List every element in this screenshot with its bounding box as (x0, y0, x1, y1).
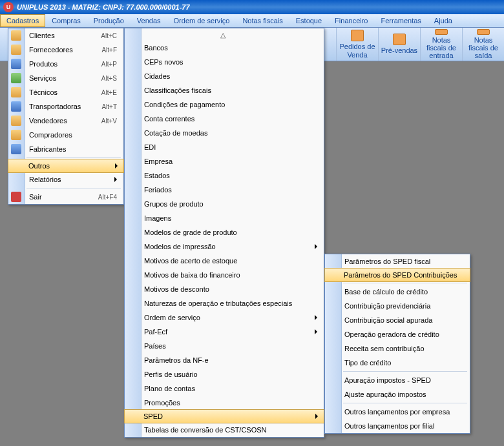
menu-item[interactable]: Contribuição social apurada (325, 313, 470, 327)
submenu-arrow-icon (114, 176, 117, 183)
menu-item[interactable]: Modelos de grade de produto (125, 225, 324, 239)
menu-item[interactable]: Receita sem contribuição (325, 341, 470, 356)
menu-item[interactable]: Condições de pagamento (125, 97, 324, 112)
menu-item[interactable]: TécnicosAlt+E (8, 85, 123, 99)
toolbar-label: Pedidos de Venda (337, 43, 377, 58)
menu-item-label: Outros (28, 162, 50, 170)
menu-item[interactable]: Bancos (125, 41, 324, 55)
titlebar: U UNIPLUS 2013 - MATRIZ: CNPJ: 77.000.00… (0, 0, 504, 14)
menu-item[interactable]: Outros lançamentos por empresa (325, 405, 470, 419)
menu-item[interactable]: Outros (8, 159, 124, 173)
menu-item[interactable]: TransportadorasAlt+T (8, 99, 123, 114)
menu-item[interactable]: Ajuste apuração impostos (325, 387, 470, 401)
menu-item[interactable]: Motivos de acerto de estoque (125, 254, 324, 268)
menu-item[interactable]: Motivos de desconto (125, 282, 324, 296)
menu-item[interactable]: Paf-Ecf (125, 325, 324, 339)
menu-item[interactable]: Plano de contas (125, 381, 324, 396)
menu-item-shortcut: Alt+F4 (98, 194, 117, 201)
toolbar-button[interactable]: Notas fiscais de saída (462, 28, 504, 61)
menu-item-label: Contribuição social apurada (344, 316, 432, 324)
menu-item-label: Motivos de acerto de estoque (144, 257, 237, 265)
menubar-item-produção[interactable]: Produção (87, 14, 131, 27)
menubar-item-vendas[interactable]: Vendas (131, 14, 167, 27)
menu-item-label: Países (144, 342, 166, 350)
menu-item-shortcut: Alt+C (101, 32, 117, 39)
menu-item-label: Compradores (29, 131, 72, 139)
menu-item-icon (11, 87, 21, 97)
menu-item[interactable]: Cidades (125, 69, 324, 83)
menu-item-label: Feriados (144, 186, 172, 194)
menu-item[interactable]: Grupos de produto (125, 197, 324, 211)
menu-item-icon (11, 130, 21, 140)
menu-item[interactable]: Tabelas de conversão de CST/CSOSN (125, 423, 324, 437)
menu-item[interactable]: Parâmetros do SPED fiscal (325, 254, 470, 269)
menu-outros: △ BancosCEPs novosCidadesClassificações … (124, 28, 324, 438)
menu-item[interactable]: Operação geradora de crédito (325, 327, 470, 341)
menubar-item-financeiro[interactable]: Financeiro (328, 14, 374, 27)
menu-item[interactable]: Motivos de baixa do financeiro (125, 268, 324, 282)
menu-item-label: Empresa (144, 157, 173, 165)
menubar-item-cadastros[interactable]: Cadastros (0, 14, 45, 27)
toolbar-button[interactable]: Pedidos de Venda (336, 28, 378, 61)
submenu-arrow-icon (315, 328, 317, 336)
toolbar-label: Notas fiscais de entrada (421, 36, 461, 59)
menu-item-label: Ordem de serviço (144, 314, 200, 321)
window-title: UNIPLUS 2013 - MATRIZ: CNPJ: 77.000.000/… (17, 3, 190, 11)
menu-item[interactable]: Promoções (125, 396, 324, 410)
menu-item[interactable]: Relatórios (8, 172, 123, 187)
menu-item[interactable]: SairAlt+F4 (8, 190, 123, 204)
menu-item[interactable]: Países (125, 339, 324, 353)
menu-item[interactable]: Perfis de usuário (125, 367, 324, 381)
menu-item[interactable]: Parâmetros do SPED Contribuições (324, 268, 470, 282)
menu-item-label: Motivos de desconto (144, 285, 209, 293)
menu-item[interactable]: VendedoresAlt+V (8, 114, 123, 128)
menu-item[interactable]: ServiçosAlt+S (8, 71, 123, 85)
menu-item[interactable]: Base de cálculo de crédito (325, 285, 470, 299)
menu-item[interactable]: EDI (125, 140, 324, 154)
menu-item[interactable]: Conta correntes (125, 112, 324, 126)
toolbar-button[interactable]: Pré-vendas (378, 28, 420, 61)
menu-item[interactable]: ClientesAlt+C (8, 28, 123, 43)
scroll-up-indicator[interactable]: △ (125, 28, 324, 41)
menu-item[interactable]: Outros lançamentos por filial (325, 419, 470, 433)
menu-item[interactable]: Compradores (8, 128, 123, 142)
menu-item[interactable]: Estados (125, 168, 324, 183)
menu-item[interactable]: Cotação de moedas (125, 126, 324, 140)
menu-item[interactable]: Modelos de impressão (125, 239, 324, 254)
menu-item-shortcut: Alt+T (101, 103, 117, 110)
menu-item-label: Clientes (29, 32, 55, 39)
menu-item[interactable]: ProdutosAlt+P (8, 57, 123, 71)
menubar-item-ajuda[interactable]: Ajuda (428, 14, 459, 27)
menu-item-icon (11, 45, 21, 55)
menu-item[interactable]: Parâmetros da NF-e (125, 353, 324, 367)
menu-item[interactable]: Empresa (125, 154, 324, 168)
toolbar-icon (477, 29, 490, 35)
menu-item-label: Receita sem contribuição (344, 345, 425, 352)
menu-item[interactable]: Classificações fiscais (125, 83, 324, 97)
menu-item-label: EDI (144, 143, 156, 151)
menu-item-label: Técnicos (29, 88, 58, 96)
menu-item[interactable]: Apuração impostos - SPED (325, 373, 470, 387)
menu-item[interactable]: Contribuição previdenciária (325, 299, 470, 313)
menu-item[interactable]: Tipo de crédito (325, 356, 470, 370)
menu-item-label: Operação geradora de crédito (344, 330, 439, 338)
menubar-item-notas fiscais[interactable]: Notas fiscais (236, 14, 289, 27)
menu-item[interactable]: Fabricantes (8, 142, 123, 156)
menu-item[interactable]: FornecedoresAlt+F (8, 43, 123, 57)
menu-sped: Parâmetros do SPED fiscalParâmetros do S… (324, 254, 470, 434)
menu-item[interactable]: Ordem de serviço (125, 310, 324, 325)
menu-item[interactable]: CEPs novos (125, 55, 324, 69)
toolbar-button[interactable]: Notas fiscais de entrada (420, 28, 462, 61)
menubar-item-estoque[interactable]: Estoque (289, 14, 328, 27)
menu-item-label: Imagens (144, 214, 171, 222)
menu-item[interactable]: Imagens (125, 211, 324, 225)
menu-item-icon (11, 30, 21, 41)
menu-item[interactable]: SPED (124, 409, 324, 423)
menubar-item-ferramentas[interactable]: Ferramentas (374, 14, 427, 27)
menu-item-label: Tipo de crédito (344, 359, 391, 367)
menubar-item-compras[interactable]: Compras (45, 14, 87, 27)
menu-item-label: Classificações fiscais (144, 86, 211, 94)
menubar-item-ordem de serviço[interactable]: Ordem de serviço (167, 14, 236, 27)
menu-item[interactable]: Feriados (125, 183, 324, 197)
menu-item[interactable]: Naturezas de operação e tributações espe… (125, 296, 324, 310)
